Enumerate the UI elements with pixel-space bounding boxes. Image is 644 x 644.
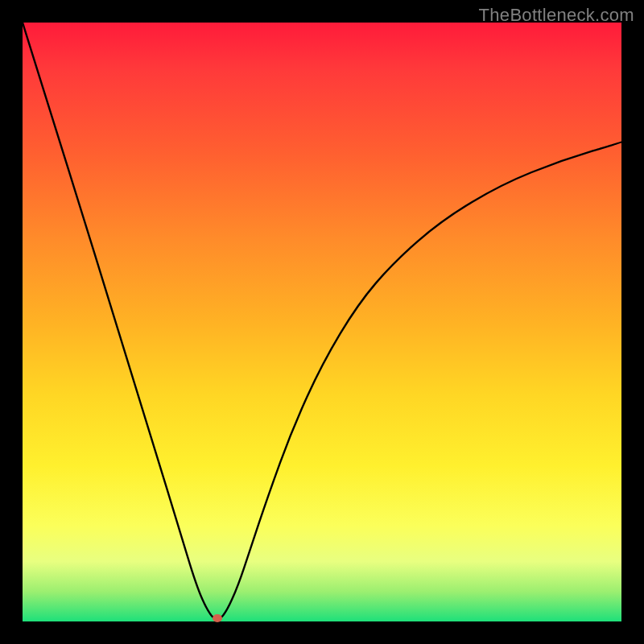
chart-frame: TheBottleneck.com [0,0,644,644]
minimum-marker [213,614,222,622]
plot-area [23,23,621,621]
line-curve [23,23,621,621]
